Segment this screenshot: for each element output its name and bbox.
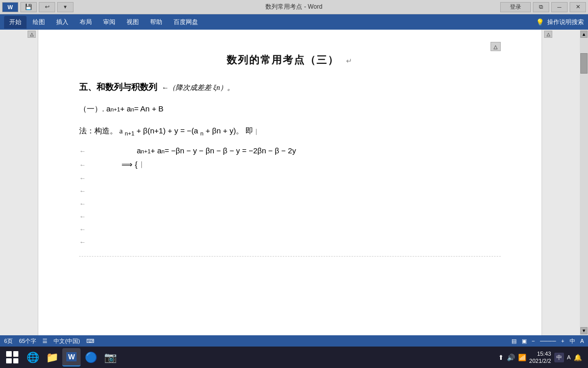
status-zoom-minus[interactable]: − [532, 338, 535, 344]
tray-notification[interactable]: 🔔 [574, 354, 582, 361]
method-sub2: n [200, 130, 203, 136]
taskbar-camera[interactable]: 📷 [101, 348, 119, 366]
ribbon: 开始 绘图 插入 布局 审阅 视图 帮助 百度网盘 💡 操作说明搜索 [0, 14, 588, 30]
word-logo[interactable]: W [2, 2, 18, 12]
taskbar-tray: ⬆ 🔊 📶 15:43 2021/2/2 中 A 🔔 [498, 350, 586, 365]
page-separator [79, 256, 501, 257]
section-heading: 五、和数列与积数列 ←（降次成差差 ξn）。 [79, 81, 501, 93]
empty-line3: ← [79, 200, 501, 208]
page-collapse-btn[interactable]: △ [491, 42, 501, 51]
quick-options[interactable]: ▾ [57, 2, 74, 12]
section-annotation: ←（降次成差差 ξn）。 [161, 84, 234, 91]
status-language: 中文(中国) [54, 337, 80, 345]
return-mark7: ← [79, 225, 86, 233]
status-right: ▤ ▣ − ──── + 中 A [511, 337, 584, 345]
return-mark2: ← [79, 161, 86, 169]
word-icon: W [66, 352, 76, 361]
camera-icon: 📷 [104, 351, 117, 363]
calc-line: a [137, 146, 141, 155]
tray-lang-zh[interactable]: 中 [554, 353, 564, 362]
tab-help[interactable]: 帮助 [145, 16, 167, 29]
title-return-mark: ↵ [346, 57, 353, 65]
tab-draw[interactable]: 绘图 [28, 16, 50, 29]
document-title: 数列的常用考点（三） ↵ [79, 53, 501, 67]
tray-time: 15:43 [529, 350, 551, 357]
return-mark4: ← [79, 187, 86, 195]
method-sub1: n+1 [125, 130, 135, 136]
explorer-icon: 📁 [46, 351, 59, 363]
item1-subscript-n1: n+1 [111, 106, 120, 112]
tray-lang-en: A [567, 354, 571, 360]
calc-mid: + a [151, 146, 161, 155]
status-page: 6页 [4, 337, 13, 345]
start-button[interactable] [2, 348, 22, 366]
method-line: 法：构造。 a n+1 + β(n+1) + y = −(a n + βn + … [79, 123, 501, 139]
taskbar-browser[interactable]: 🌐 [23, 348, 42, 366]
return-mark6: ← [79, 213, 86, 220]
collapse-btn-right[interactable]: △ [544, 31, 552, 38]
title-bar: W 💾 ↩ ▾ 数列常用考点 - Word 登录 ⧉ ─ ✕ [0, 0, 588, 14]
item1-label: （一）. a [79, 104, 111, 114]
scroll-down-btn[interactable]: ▼ [580, 327, 587, 334]
tab-review[interactable]: 审阅 [98, 16, 120, 29]
tray-time-date[interactable]: 15:43 2021/2/2 [529, 350, 551, 365]
implies-label: ⟹ { [121, 160, 137, 169]
tray-network: 📶 [518, 354, 526, 361]
empty-line1: ← [79, 174, 501, 182]
status-icon1: ☰ [42, 338, 47, 344]
tab-home[interactable]: 开始 [4, 16, 27, 29]
scroll-up-btn[interactable]: ▲ [580, 31, 587, 38]
method-return: | [256, 127, 257, 135]
tab-layout[interactable]: 布局 [75, 16, 97, 29]
empty-line6: ← [79, 238, 501, 246]
item1: （一）. a n+1 + a n = An + B [79, 104, 501, 114]
title-bar-left: W 💾 ↩ ▾ [2, 2, 74, 12]
status-keyboard-icon: ⌨ [86, 338, 94, 344]
page-collapse-area: △ [79, 42, 501, 51]
search-label: 操作说明搜索 [547, 18, 584, 27]
sign-in-button[interactable]: 登录 [500, 2, 531, 12]
return-line1: ← a n+1 + a n = −βn − y − βn − β − y = −… [79, 146, 501, 155]
collapse-btn-top[interactable]: △ [28, 31, 36, 38]
tray-icons: ⬆ [498, 354, 504, 361]
taskbar: 🌐 📁 W 🔵 📷 ⬆ 🔊 📶 15:43 2021/2/2 中 A 🔔 [0, 347, 588, 368]
return-mark1: ← [79, 147, 86, 155]
right-margin: △ [542, 30, 580, 335]
close-button[interactable]: ✕ [570, 2, 586, 12]
quick-undo[interactable]: ↩ [39, 2, 55, 12]
tray-date: 2021/2/2 [529, 357, 551, 364]
cursor-indicator: ▏ [141, 162, 145, 168]
calc-eq: = −βn − y − βn − β − y = −2βn − β − 2y [164, 146, 296, 155]
return-line2: ← ⟹ { ▏ [79, 160, 501, 169]
restore-button[interactable]: ⧉ [533, 2, 549, 12]
tab-baidu[interactable]: 百度网盘 [168, 16, 203, 29]
status-input-method[interactable]: 中 [570, 337, 575, 345]
item1-formula: = An + B [134, 104, 164, 113]
status-view1[interactable]: ▤ [511, 338, 517, 344]
taskbar-edge[interactable]: 🔵 [82, 348, 100, 366]
status-input-icon: A [580, 338, 584, 344]
left-margin: △ [0, 30, 38, 335]
document-area[interactable]: △ 数列的常用考点（三） ↵ 五、和数列与积数列 ←（降次成差差 ξn）。 （一… [38, 30, 542, 335]
method-end: + βn + y)。 即 [206, 126, 254, 135]
taskbar-word[interactable]: W [62, 348, 81, 366]
status-view2[interactable]: ▣ [522, 338, 527, 344]
scroll-thumb[interactable] [580, 53, 587, 74]
browser-icon: 🌐 [27, 351, 39, 363]
empty-line4: ← [79, 213, 501, 220]
scrollbar[interactable]: ▲ ▼ [580, 30, 588, 335]
method-label: 法：构造。 a [79, 127, 122, 135]
calc-sub1: n+1 [141, 148, 151, 154]
empty-line2: ← [79, 187, 501, 195]
tab-insert[interactable]: 插入 [51, 16, 74, 29]
quick-save[interactable]: 💾 [20, 2, 37, 12]
edge-icon: 🔵 [85, 351, 97, 363]
title-bar-title: 数列常用考点 - Word [265, 3, 322, 11]
status-zoom-bar: ──── [540, 338, 556, 344]
taskbar-explorer[interactable]: 📁 [43, 348, 61, 366]
tab-view[interactable]: 视图 [121, 16, 144, 29]
minimize-button[interactable]: ─ [551, 2, 568, 12]
title-bar-controls: 登录 ⧉ ─ ✕ [500, 2, 586, 12]
item1-plus: + a [120, 104, 131, 113]
status-zoom-plus[interactable]: + [561, 338, 564, 344]
